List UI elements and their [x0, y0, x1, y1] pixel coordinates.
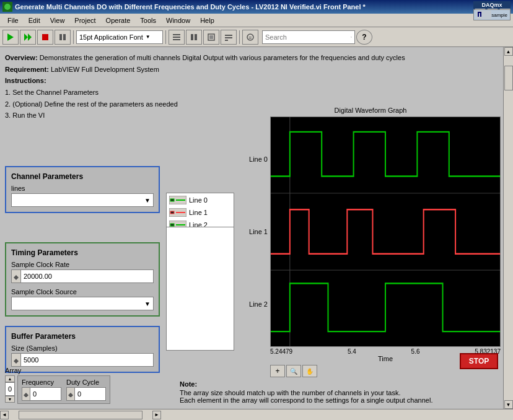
note-line1: The array size should match up with the …	[180, 389, 501, 396]
menu-view[interactable]: View	[45, 15, 70, 25]
x-label-1: 5.4	[348, 348, 356, 355]
lines-label: lines	[11, 185, 154, 192]
scrollbar-thumb[interactable]	[504, 66, 513, 90]
svg-marker-28	[14, 359, 19, 361]
channel-parameters-box: Channel Parameters lines ▼	[5, 166, 160, 213]
run-continuous-button[interactable]	[20, 30, 36, 45]
ni-logo-top: DAQmx	[473, 1, 511, 9]
reorder-button[interactable]	[221, 30, 237, 45]
legend-label-1: Line 1	[189, 209, 208, 216]
svg-rect-17	[225, 40, 228, 41]
duty-spinner[interactable]	[66, 387, 75, 401]
svg-marker-2	[7, 33, 14, 41]
svg-marker-45	[68, 395, 73, 397]
clock-source-arrow: ▼	[144, 300, 151, 307]
requirement-text: Requirement: LabVIEW Full Development Sy…	[5, 64, 501, 76]
bottom-scroll-thumb[interactable]	[19, 411, 142, 419]
lines-dropdown[interactable]: ▼	[11, 193, 154, 207]
svg-marker-4	[28, 33, 32, 41]
svg-rect-23	[478, 13, 479, 17]
bottom-scrollbar[interactable]: ◄ ►	[0, 409, 513, 420]
legend-icon-0	[169, 196, 186, 204]
x-label-2: 5.6	[411, 348, 420, 355]
sample-clock-rate-label: Sample Clock Rate	[11, 261, 154, 268]
extra-button[interactable]: ≡	[242, 30, 258, 45]
note-line2: Each element in the array will correspon…	[180, 396, 501, 404]
svg-rect-34	[170, 211, 174, 214]
svg-rect-37	[170, 224, 174, 226]
right-scrollbar[interactable]: ▲ ▼	[503, 47, 513, 409]
timing-parameters-title: Timing Parameters	[11, 248, 154, 257]
instructions-label: Instructions:	[5, 75, 501, 87]
frequency-input[interactable]	[30, 387, 61, 401]
svg-rect-16	[225, 37, 232, 38]
search-box[interactable]	[262, 30, 355, 44]
graph-magnify-btn[interactable]: 🔍	[286, 365, 301, 377]
menu-edit[interactable]: Edit	[24, 15, 45, 25]
size-spinner[interactable]	[11, 353, 21, 367]
align-button[interactable]	[169, 30, 185, 45]
y-label-2: Line 2	[240, 300, 270, 308]
menu-window[interactable]: Window	[161, 15, 195, 25]
svg-rect-12	[195, 34, 197, 40]
legend-item-1: Line 1	[169, 208, 231, 217]
search-icon	[351, 33, 352, 42]
resize-button[interactable]	[203, 30, 219, 45]
svg-marker-27	[14, 278, 19, 280]
menu-help[interactable]: Help	[195, 15, 219, 25]
size-input[interactable]	[21, 353, 154, 367]
sample-clock-rate-row	[11, 269, 154, 283]
menu-bar: File Edit View Project Operate Tools Win…	[0, 14, 513, 27]
graph-pan-btn[interactable]: ✋	[302, 365, 317, 377]
scroll-right-btn[interactable]: ►	[152, 411, 161, 419]
search-input[interactable]	[265, 33, 351, 41]
run-button[interactable]	[2, 30, 19, 45]
array-row: ▲ 0 ▼ Frequency Duty Cycle	[5, 375, 169, 404]
x-label-0: 5.24479	[270, 348, 292, 355]
clock-source-container: ▼	[11, 297, 154, 310]
help-button[interactable]: ?	[356, 30, 372, 45]
clock-source-dropdown[interactable]: ▼	[11, 297, 154, 310]
channel-parameters-title: Channel Parameters	[11, 172, 154, 181]
svg-text:≡: ≡	[248, 35, 252, 41]
frequency-control	[22, 387, 61, 401]
y-label-0: Line 0	[240, 155, 270, 163]
menu-file[interactable]: File	[2, 15, 24, 25]
step1-text: 1. Set the Channel Parameters	[5, 87, 501, 98]
svg-point-1	[4, 4, 11, 10]
graph-zoom-in-btn[interactable]: +	[270, 365, 285, 377]
distribute-button[interactable]	[186, 30, 202, 45]
svg-rect-9	[173, 37, 180, 38]
size-label: Size (Samples)	[11, 344, 154, 352]
font-selector[interactable]: 15pt Application Font ▼	[76, 30, 163, 44]
stop-toolbar-button[interactable]	[37, 30, 53, 45]
array-index-up[interactable]: ▲	[5, 375, 15, 382]
menu-project[interactable]: Project	[69, 15, 100, 25]
svg-rect-5	[42, 34, 48, 40]
clock-rate-spinner[interactable]	[11, 269, 21, 283]
duty-cycle-label: Duty Cycle	[66, 378, 106, 386]
svg-rect-31	[170, 199, 174, 201]
svg-rect-14	[209, 35, 213, 39]
toolbar-separator-2	[165, 30, 166, 44]
menu-operate[interactable]: Operate	[101, 15, 136, 25]
array-section: Array ▲ 0 ▼ Frequency	[5, 367, 169, 404]
menu-tools[interactable]: Tools	[135, 15, 161, 25]
lines-field-container: ▼	[11, 193, 154, 207]
array-index-down[interactable]: ▼	[5, 396, 15, 403]
clock-rate-input[interactable]	[21, 269, 154, 283]
scrollbar-down-btn[interactable]: ▼	[504, 400, 513, 409]
sample-clock-source-label: Sample Clock Source	[11, 288, 154, 295]
duty-cycle-input[interactable]	[75, 387, 106, 401]
stop-button[interactable]: STOP	[460, 353, 498, 369]
scrollbar-up-btn[interactable]: ▲	[504, 47, 513, 56]
lines-dropdown-arrow: ▼	[144, 197, 151, 204]
freq-spinner[interactable]	[22, 387, 30, 401]
svg-rect-25	[478, 12, 481, 13]
overview-text: Overview: Demonstrates the generation of…	[5, 52, 501, 64]
scroll-left-btn[interactable]: ◄	[0, 411, 9, 419]
toolbar-separator-3	[239, 30, 240, 44]
timing-parameters-box: Timing Parameters Sample Clock Rate Samp…	[5, 242, 160, 317]
font-dropdown-icon: ▼	[146, 34, 151, 40]
pause-button[interactable]	[55, 30, 71, 45]
